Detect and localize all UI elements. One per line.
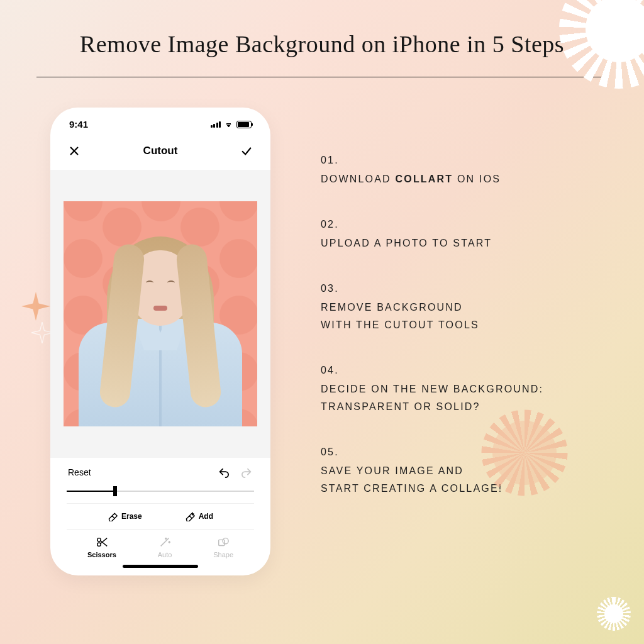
status-time: 9:41 [69, 119, 88, 130]
editor-canvas[interactable] [50, 170, 270, 458]
tab-auto[interactable]: Auto [158, 536, 172, 558]
check-icon [241, 145, 252, 157]
undo-icon[interactable] [218, 467, 229, 478]
eraser-icon [108, 511, 118, 521]
tab-scissors-label: Scissors [87, 551, 116, 558]
step-02: 02. UPLOAD A PHOTO TO START [321, 216, 608, 252]
cellular-icon [211, 121, 221, 128]
step-01: 01. DOWNLOAD COLLART ON IOS [321, 152, 608, 188]
svg-point-3 [223, 538, 228, 544]
home-indicator [123, 565, 198, 568]
tab-scissors[interactable]: Scissors [87, 536, 116, 558]
screen-title: Cutout [143, 145, 178, 157]
step-04: 04. DECIDE ON THE NEW BACKGROUND: TRANSP… [321, 362, 608, 416]
phone-mockup: 9:41 Cutout [50, 108, 270, 575]
scissors-icon [96, 536, 108, 548]
tab-shape-label: Shape [213, 551, 233, 558]
erase-tool[interactable]: Erase [108, 511, 142, 521]
photo-preview [64, 201, 257, 426]
add-tool[interactable]: Add [185, 511, 213, 521]
eraser-add-icon [185, 511, 195, 521]
tab-shape[interactable]: Shape [213, 536, 233, 558]
battery-icon [236, 121, 252, 128]
close-button[interactable] [68, 145, 80, 157]
magic-wand-icon [158, 536, 171, 548]
tab-auto-label: Auto [158, 551, 172, 558]
page-title: Remove Image Background on iPhone in 5 S… [0, 0, 644, 58]
brush-size-slider[interactable] [67, 486, 254, 497]
step-03: 03. REMOVE BACKGROUND WITH THE CUTOUT TO… [321, 280, 608, 334]
close-icon [69, 145, 80, 157]
slider-fill [67, 491, 115, 492]
decor-sunburst-bottom-right [601, 601, 626, 626]
redo-icon[interactable] [242, 467, 253, 478]
reset-button[interactable]: Reset [68, 467, 91, 477]
slider-thumb[interactable] [113, 486, 117, 496]
confirm-button[interactable] [240, 145, 253, 157]
add-label: Add [199, 512, 213, 521]
shape-icon [217, 536, 230, 548]
steps-list: 01. DOWNLOAD COLLART ON IOS 02. UPLOAD A… [321, 108, 608, 575]
step-05: 05. SAVE YOUR IMAGE AND START CREATING A… [321, 443, 608, 497]
wifi-icon [224, 121, 233, 128]
status-bar: 9:41 [60, 116, 260, 133]
erase-label: Erase [121, 512, 142, 521]
